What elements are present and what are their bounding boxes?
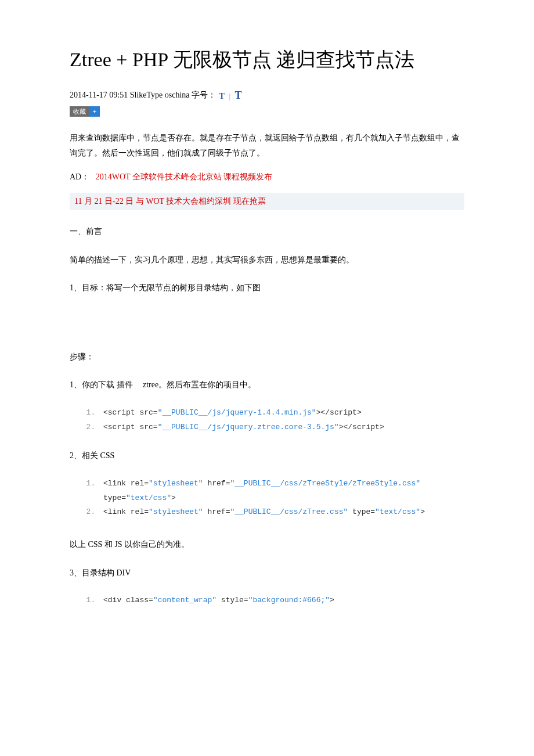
code-block-1: <script src="__PUBLIC__/js/jquery-1.4.4.… <box>70 406 464 434</box>
code-text: > <box>330 596 334 604</box>
code-block-2: <link rel="stylesheet" href="__PUBLIC__/… <box>70 477 464 520</box>
code-text: > <box>420 507 425 516</box>
code-text: href= <box>203 479 230 488</box>
section1-para2: 1、目标：将写一个无限节点的树形目录结构，如下图 <box>70 280 464 296</box>
promo-banner[interactable]: 11 月 21 日-22 日 与 WOT 技术大会相约深圳 现在抢票 <box>70 193 464 210</box>
code-string: "__PUBLIC__/css/zTree.css" <box>230 507 348 516</box>
step1-intro: 1、你的下载 插件 ztree。然后布置在你的项目中。 <box>70 377 464 393</box>
meta-datetime: 2014-11-17 09:51 <box>70 91 128 99</box>
promo-text: 11 月 21 日-22 日 与 WOT 技术大会相约深圳 现在抢票 <box>74 197 266 206</box>
font-size-controls: T | T <box>218 89 243 102</box>
section1-para1: 简单的描述一下，实习几个原理，思想，其实写很多东西，思想算是最重要的。 <box>70 253 464 268</box>
code-string: "stylesheet" <box>149 507 203 516</box>
code-text: type= <box>348 507 375 516</box>
code-string: "background:#666;" <box>248 596 330 604</box>
step3-intro: 3、目录结构 DIV <box>70 566 464 581</box>
divider: | <box>228 92 232 100</box>
plus-icon: + <box>89 106 100 117</box>
code-text: type= <box>103 494 126 502</box>
code-line: <link rel="stylesheet" href="__PUBLIC__/… <box>100 505 464 520</box>
code-text: <link rel= <box>103 507 149 516</box>
code-string: "text/css" <box>375 507 420 516</box>
code-line: <div class="content_wrap" style="backgro… <box>100 593 464 608</box>
code-string: "content_wrap" <box>153 596 217 604</box>
code-string: "text/css" <box>126 494 171 502</box>
code-string: "__PUBLIC__/css/zTreeStyle/zTreeStyle.cs… <box>230 479 420 488</box>
after-css-note: 以上 CSS 和 JS 以你自己的为准。 <box>70 537 464 553</box>
step2-intro: 2、相关 CSS <box>70 448 464 464</box>
meta-source: oschina <box>165 91 190 99</box>
code-line: <script src="__PUBLIC__/js/jquery-1.4.4.… <box>100 406 464 420</box>
font-size-large-button[interactable]: T <box>234 89 243 101</box>
code-text: ></script> <box>316 408 362 417</box>
collect-label: 收藏 <box>70 106 89 117</box>
code-line: <link rel="stylesheet" href="__PUBLIC__/… <box>100 477 464 505</box>
meta-author: SlikeType <box>130 91 163 99</box>
ad-line: AD： 2014WOT 全球软件技术峰会北京站 课程视频发布 <box>70 172 464 182</box>
code-text: href= <box>203 507 230 516</box>
code-block-3: <div class="content_wrap" style="backgro… <box>70 593 464 608</box>
code-line: <script src="__PUBLIC__/js/jquery.ztree.… <box>100 420 464 435</box>
code-text: <link rel= <box>103 479 149 488</box>
article-summary: 用来查询数据库中，节点是否存在。就是存在子节点，就返回给子节点数组，有几个就加入… <box>70 131 464 161</box>
code-text: <script src= <box>103 423 158 431</box>
code-text: <script src= <box>103 408 158 417</box>
ad-link[interactable]: 2014WOT 全球软件技术峰会北京站 课程视频发布 <box>96 172 273 181</box>
image-placeholder <box>70 309 464 350</box>
code-text: <div class= <box>103 596 153 604</box>
article-page: Ztree + PHP 无限极节点 递归查找节点法 2014-11-17 09:… <box>0 0 534 756</box>
font-size-small-button[interactable]: T <box>218 92 226 100</box>
code-text: style= <box>217 596 248 604</box>
article-title: Ztree + PHP 无限极节点 递归查找节点法 <box>70 46 464 73</box>
section-heading-1: 一、前言 <box>70 224 464 240</box>
font-label: 字号： <box>192 91 216 99</box>
article-meta: 2014-11-17 09:51 SlikeType oschina 字号： T… <box>70 89 464 102</box>
code-text: ></script> <box>339 423 384 431</box>
code-string: "__PUBLIC__/js/jquery-1.4.4.min.js" <box>158 408 316 417</box>
code-text: > <box>171 494 176 502</box>
code-string: "stylesheet" <box>149 479 203 488</box>
code-string: "__PUBLIC__/js/jquery.ztree.core-3.5.js" <box>158 423 339 431</box>
steps-heading: 步骤： <box>70 350 464 365</box>
collect-button[interactable]: 收藏 + <box>70 106 100 117</box>
collect-row: 收藏 + <box>70 105 464 117</box>
ad-prefix: AD： <box>70 172 89 181</box>
